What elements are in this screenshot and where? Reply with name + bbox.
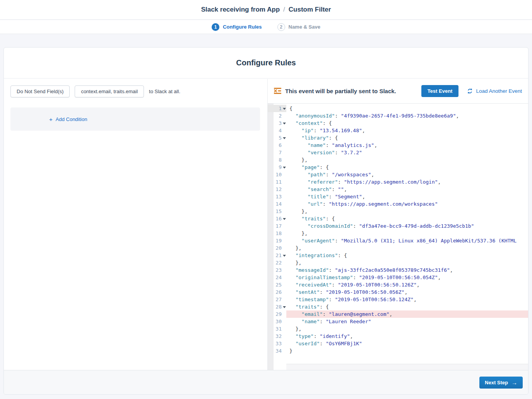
next-step-button[interactable]: Next Step → <box>479 377 523 389</box>
editor-line: } <box>286 347 528 355</box>
editor-line: "timestamp": "2019-05-10T00:56:50.124Z", <box>286 296 528 303</box>
test-event-button[interactable]: Test Event <box>421 85 459 97</box>
add-condition-button[interactable]: + Add Condition <box>49 116 87 122</box>
editor-code: { "anonymousId": "4f9390ae-2657-4fe1-9d9… <box>286 104 528 370</box>
editor-line-number: 32 <box>268 332 286 340</box>
editor-line: "userAgent": "Mozilla/5.0 (X11; Linux x8… <box>286 237 528 244</box>
editor-line-number: 28 <box>268 303 286 310</box>
editor-line-highlighted: "email": "lauren@segment.com", <box>286 310 528 318</box>
editor-line: "originalTimestamp": "2019-05-10T00:56:5… <box>286 274 528 281</box>
step-configure-rules[interactable]: 1 Configure Rules <box>212 23 262 31</box>
fold-arrow-icon[interactable] <box>283 306 286 308</box>
arrow-right-icon: → <box>511 380 517 385</box>
editor-line: }, <box>286 244 528 252</box>
editor-line-number: 18 <box>268 230 286 237</box>
editor-line-number: 26 <box>268 288 286 296</box>
editor-line-number: 7 <box>268 149 286 156</box>
fold-arrow-icon[interactable] <box>283 167 286 169</box>
editor-line: "traits": { <box>286 303 528 310</box>
step-name-and-save[interactable]: 2 Name & Save <box>277 23 320 31</box>
rule-builder-panel: Do Not Send Field(s) context.email, trai… <box>4 79 267 370</box>
card-footer: Next Step → <box>4 370 528 394</box>
editor-line-number: 31 <box>268 325 286 332</box>
rule-fields-button[interactable]: context.email, traits.email <box>75 85 144 97</box>
editor-line: }, <box>286 325 528 332</box>
plus-icon: + <box>49 116 53 122</box>
editor-line: }, <box>286 230 528 237</box>
breadcrumb-parent[interactable]: Slack receiving from App <box>201 6 280 14</box>
editor-line-number: 6 <box>268 142 286 149</box>
editor-line-number: 8 <box>268 156 286 164</box>
partial-send-icon <box>274 88 281 94</box>
editor-line-number: 3 <box>268 119 286 127</box>
editor-gutter: 1234567891011121314151617181920212223242… <box>268 104 286 370</box>
editor-line-number: 14 <box>268 200 286 208</box>
steps-bar: 1 Configure Rules 2 Name & Save <box>0 20 532 34</box>
editor-line: }, <box>286 259 528 266</box>
editor-line: "sentAt": "2019-05-10T00:56:50.056Z", <box>286 288 528 296</box>
editor-line: }, <box>286 208 528 215</box>
fold-arrow-icon[interactable] <box>283 123 286 124</box>
preview-status-text: This event will be partially sent to Sla… <box>285 88 396 94</box>
editor-line: }, <box>286 156 528 164</box>
editor-line-number: 34 <box>268 347 286 355</box>
editor-line-number: 19 <box>268 237 286 244</box>
editor-line-number: 10 <box>268 171 286 178</box>
editor-line-number: 22 <box>268 259 286 266</box>
page-title: Configure Rules <box>236 58 296 67</box>
editor-line-number: 2 <box>268 112 286 119</box>
step-1-badge: 1 <box>212 23 219 31</box>
editor-line-number: 23 <box>268 266 286 274</box>
editor-line-number: 27 <box>268 296 286 303</box>
editor-line-number: 9 <box>268 164 286 171</box>
rule-sentence: Do Not Send Field(s) context.email, trai… <box>10 85 264 97</box>
editor-line: "url": "https://app.segment.com/workspac… <box>286 200 528 208</box>
rule-action-button[interactable]: Do Not Send Field(s) <box>10 85 70 97</box>
editor-line-number: 24 <box>268 274 286 281</box>
editor-line-number: 33 <box>268 340 286 347</box>
load-another-event-button[interactable]: Load Another Event <box>467 88 522 94</box>
editor-line-number: 21 <box>268 252 286 259</box>
configure-rules-card: Configure Rules Do Not Send Field(s) con… <box>3 47 529 395</box>
card-header: Configure Rules <box>4 48 528 78</box>
editor-line: "version": "3.7.2" <box>286 149 528 156</box>
editor-line: "context": { <box>286 119 528 127</box>
add-condition-label: Add Condition <box>56 116 87 122</box>
editor-line-number: 11 <box>268 178 286 186</box>
editor-line-number: 17 <box>268 222 286 230</box>
editor-line-number: 25 <box>268 281 286 288</box>
fold-arrow-icon[interactable] <box>283 108 286 110</box>
editor-line: "traits": { <box>286 215 528 222</box>
preview-header: This event will be partially sent to Sla… <box>268 79 528 103</box>
editor-line: "integrations": { <box>286 252 528 259</box>
editor-line: "library": { <box>286 134 528 142</box>
editor-line: "userId": "OsY6MFBj1K" <box>286 340 528 347</box>
editor-line-number: 4 <box>268 127 286 134</box>
next-step-label: Next Step <box>485 380 508 385</box>
step-2-label: Name & Save <box>289 24 320 30</box>
load-another-event-label: Load Another Event <box>476 88 522 94</box>
editor-line: "ip": "13.54.169.48", <box>286 127 528 134</box>
step-1-label: Configure Rules <box>223 24 262 30</box>
refresh-icon <box>467 88 473 94</box>
editor-line-number: 15 <box>268 208 286 215</box>
top-bar: Slack receiving from App / Custom Filter <box>0 0 532 20</box>
fold-arrow-icon[interactable] <box>283 137 286 139</box>
rule-suffix-text: to Slack at all. <box>149 89 180 94</box>
editor-line: "anonymousId": "4f9390ae-2657-4fe1-9d95-… <box>286 112 528 119</box>
breadcrumb-current: Custom Filter <box>289 6 331 14</box>
editor-line-number: 5 <box>268 134 286 142</box>
editor-line: { <box>286 105 528 112</box>
editor-horizontal-scrollbar[interactable] <box>286 364 528 370</box>
editor-line-number: 20 <box>268 244 286 252</box>
card-body: Do Not Send Field(s) context.email, trai… <box>4 79 528 370</box>
editor-line: "type": "identify", <box>286 332 528 340</box>
fold-arrow-icon[interactable] <box>283 255 286 257</box>
editor-line-number: 29 <box>268 310 286 318</box>
editor-line: "crossDomainId": "df3a47ee-bcc9-479d-add… <box>286 222 528 230</box>
editor-line: "name": "Lauren Reeder" <box>286 318 528 325</box>
fold-arrow-icon[interactable] <box>283 218 286 220</box>
editor-line-number: 1 <box>268 105 286 112</box>
editor-line: "path": "/workspaces", <box>286 171 528 178</box>
json-editor[interactable]: 1234567891011121314151617181920212223242… <box>268 103 528 370</box>
